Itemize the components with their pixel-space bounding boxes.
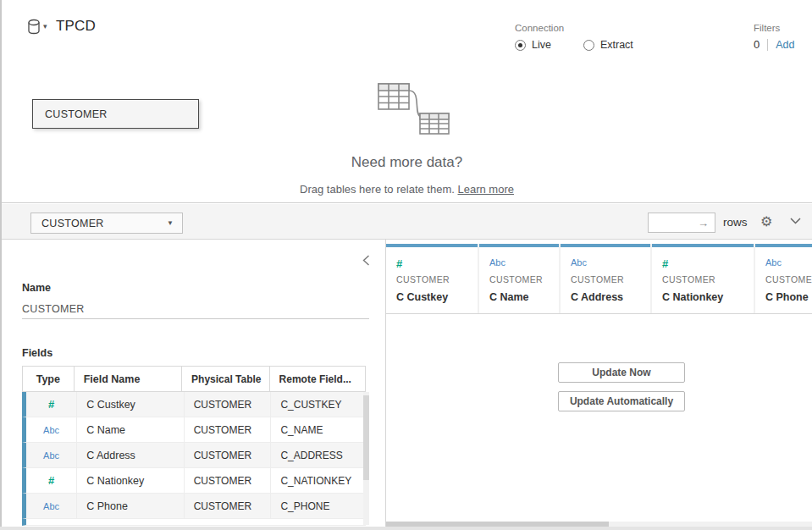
rows-input-box: → bbox=[648, 213, 715, 233]
grid-column-header[interactable]: Abc CUSTOMER C Name bbox=[479, 244, 561, 313]
fields-label: Fields bbox=[22, 347, 52, 359]
filters-divider bbox=[767, 39, 768, 51]
grid-column-header[interactable]: Abc CUSTOMER C Address bbox=[561, 244, 652, 313]
filters-count: 0 bbox=[754, 38, 760, 51]
column-accent-bar bbox=[479, 244, 559, 247]
data-grid: # CUSTOMER C Custkey Abc CUSTOMER C Name… bbox=[385, 240, 812, 530]
grid-column-header[interactable]: Abc CUSTOMER C Phone bbox=[755, 244, 812, 313]
field-name-cell: C Nationkey bbox=[77, 468, 184, 493]
canvas-area: ▾ TPCD Connection Live Extract Filters 0 bbox=[2, 0, 812, 203]
table-row[interactable]: Abc C Name CUSTOMER C_NAME bbox=[22, 417, 366, 443]
column-accent-bar bbox=[652, 244, 754, 247]
empty-state-title: Need more data? bbox=[2, 154, 812, 171]
window-bottom-edge bbox=[0, 527, 812, 530]
table-row[interactable]: Abc C Address CUSTOMER C_ADDRESS bbox=[22, 443, 366, 468]
column-table-label: CUSTOMER bbox=[396, 274, 450, 284]
radio-extract[interactable]: Extract bbox=[583, 39, 633, 51]
col-header-physical-table[interactable]: Physical Table bbox=[182, 367, 270, 391]
empty-state-hint: Drag tables here to relate them. Learn m… bbox=[2, 183, 812, 196]
related-tables-icon bbox=[361, 76, 454, 135]
table-select-value: CUSTOMER bbox=[41, 218, 104, 229]
database-icon bbox=[27, 19, 41, 36]
radio-extract-label: Extract bbox=[600, 39, 633, 51]
table-row[interactable]: # C Nationkey CUSTOMER C_NATIONKEY bbox=[22, 468, 366, 494]
grid-column-header[interactable]: # CUSTOMER C Nationkey bbox=[652, 244, 755, 313]
data-source-page: ▾ TPCD Connection Live Extract Filters 0 bbox=[0, 0, 812, 530]
filters-label: Filters bbox=[754, 23, 794, 33]
filters-add-link[interactable]: Add bbox=[776, 39, 794, 51]
string-type-icon: Abc bbox=[765, 257, 782, 268]
db-caret-icon: ▾ bbox=[43, 22, 47, 30]
filters-block: Filters 0 Add bbox=[754, 23, 794, 51]
col-header-field-name[interactable]: Field Name bbox=[75, 367, 182, 391]
connection-label: Connection bbox=[515, 23, 666, 33]
empty-state: Need more data? Drag tables here to rela… bbox=[2, 76, 812, 196]
table-row-partial bbox=[22, 519, 366, 526]
name-value-field[interactable]: CUSTOMER bbox=[22, 299, 369, 319]
field-name-cell: C Address bbox=[77, 443, 184, 467]
string-type-icon: Abc bbox=[489, 257, 505, 268]
page-title: TPCD bbox=[56, 18, 96, 35]
number-type-icon: # bbox=[48, 398, 54, 411]
physical-table-cell: CUSTOMER bbox=[185, 468, 272, 493]
remote-field-cell: C_ADDRESS bbox=[271, 443, 366, 467]
radio-extract-icon[interactable] bbox=[583, 40, 594, 51]
toolbar-chevron-down-icon[interactable] bbox=[790, 218, 801, 224]
remote-field-cell: C_NAME bbox=[271, 417, 366, 442]
field-name-cell: C Custkey bbox=[77, 392, 184, 417]
datasource-menu[interactable]: ▾ bbox=[27, 19, 47, 36]
field-name-cell: C Phone bbox=[77, 494, 184, 518]
column-table-label: CUSTOMER bbox=[765, 274, 812, 284]
field-name-cell: C Name bbox=[77, 417, 184, 442]
scrollbar-thumb[interactable] bbox=[363, 395, 369, 480]
collapse-panel-icon[interactable] bbox=[362, 255, 370, 266]
remote-field-cell: C_PHONE bbox=[271, 494, 366, 518]
gear-icon[interactable]: ⚙ bbox=[760, 213, 772, 229]
col-header-type[interactable]: Type bbox=[23, 367, 75, 391]
radio-live[interactable]: Live bbox=[515, 39, 551, 51]
grid-header-divider bbox=[386, 313, 812, 314]
remote-field-cell: C_CUSTKEY bbox=[271, 392, 366, 417]
string-type-icon: Abc bbox=[43, 425, 59, 435]
column-field-name: C Custkey bbox=[396, 291, 448, 303]
radio-live-icon[interactable] bbox=[515, 40, 526, 51]
column-field-name: C Phone bbox=[765, 291, 809, 303]
fields-table-vertical-scrollbar[interactable] bbox=[363, 392, 369, 525]
string-type-icon: Abc bbox=[571, 257, 587, 268]
fields-table-header: Type Field Name Physical Table Remote Fi… bbox=[22, 366, 366, 392]
name-label: Name bbox=[22, 282, 51, 294]
physical-table-cell: CUSTOMER bbox=[185, 392, 272, 417]
column-accent-bar bbox=[755, 244, 812, 247]
physical-table-cell: CUSTOMER bbox=[185, 443, 272, 467]
table-select-dropdown[interactable]: CUSTOMER ▼ bbox=[30, 213, 183, 234]
column-table-label: CUSTOMER bbox=[489, 274, 543, 284]
update-now-button[interactable]: Update Now bbox=[558, 362, 685, 383]
column-accent-bar bbox=[561, 244, 650, 247]
rows-input[interactable] bbox=[650, 214, 699, 231]
chevron-down-icon: ▼ bbox=[167, 219, 174, 227]
physical-table-cell: CUSTOMER bbox=[185, 417, 272, 442]
metadata-panel: Name CUSTOMER Fields Type Field Name Phy… bbox=[2, 240, 385, 530]
connection-block: Connection Live Extract bbox=[515, 23, 666, 51]
column-field-name: C Nationkey bbox=[662, 291, 723, 303]
col-header-remote-field[interactable]: Remote Field... bbox=[270, 367, 365, 391]
string-type-icon: Abc bbox=[43, 450, 59, 461]
rows-label: rows bbox=[723, 216, 748, 229]
column-table-label: CUSTOMER bbox=[662, 274, 715, 284]
table-row[interactable]: Abc C Phone CUSTOMER C_PHONE bbox=[22, 494, 366, 519]
fields-table: Type Field Name Physical Table Remote Fi… bbox=[22, 366, 366, 526]
column-table-label: CUSTOMER bbox=[571, 274, 624, 284]
update-automatically-button[interactable]: Update Automatically bbox=[558, 391, 685, 411]
data-grid-headers: # CUSTOMER C Custkey Abc CUSTOMER C Name… bbox=[386, 244, 812, 313]
string-type-icon: Abc bbox=[43, 501, 59, 511]
physical-table-cell: CUSTOMER bbox=[185, 494, 272, 518]
column-field-name: C Name bbox=[489, 291, 529, 303]
learn-more-link[interactable]: Learn more bbox=[457, 183, 513, 196]
radio-live-label: Live bbox=[532, 39, 551, 51]
table-row[interactable]: # C Custkey CUSTOMER C_CUSTKEY bbox=[22, 392, 366, 417]
grid-column-header[interactable]: # CUSTOMER C Custkey bbox=[386, 244, 479, 313]
number-type-icon: # bbox=[662, 257, 668, 270]
table-toolbar: CUSTOMER ▼ → rows ⚙ bbox=[2, 204, 812, 240]
column-field-name: C Address bbox=[571, 291, 623, 303]
column-accent-bar bbox=[386, 244, 478, 247]
